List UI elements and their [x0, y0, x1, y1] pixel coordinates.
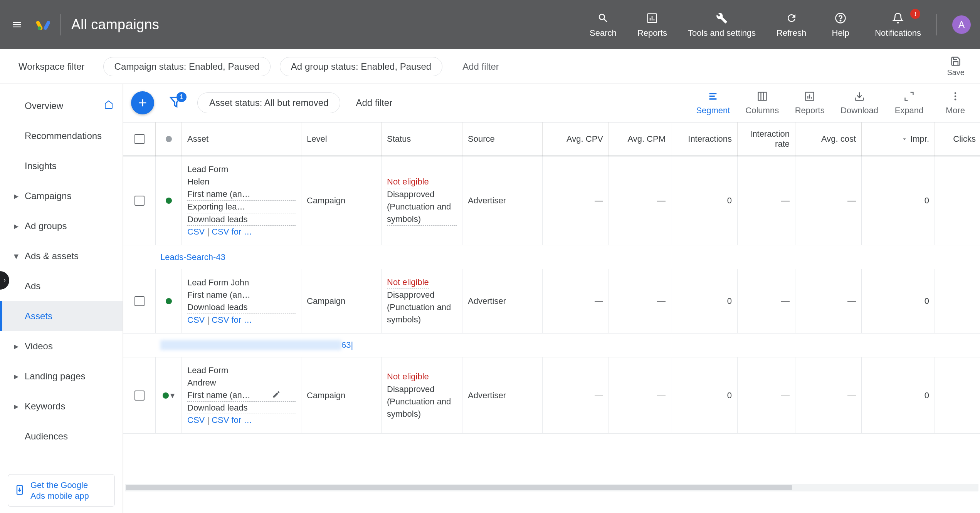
sidebar-item-audiences[interactable]: Audiences — [0, 421, 123, 451]
campaign-group-row: Leads-Search-43 — [123, 245, 980, 269]
csv-link[interactable]: CSV — [187, 315, 205, 325]
filter-chip-campaign-status[interactable]: Campaign status: Enabled, Paused — [103, 57, 271, 76]
sidebar-item-landing[interactable]: ▸Landing pages — [0, 361, 123, 391]
csv-for-link[interactable]: CSV for … — [212, 315, 252, 325]
caret-right-icon: ▸ — [14, 341, 22, 352]
filter-count-badge: 1 — [177, 92, 187, 102]
row-checkbox[interactable] — [123, 156, 156, 245]
columns-button[interactable]: Columns — [745, 90, 779, 116]
svg-point-25 — [955, 99, 956, 101]
hamburger-menu-icon[interactable] — [9, 17, 25, 32]
cell-status: Not eligibleDisapproved (Punctuation and… — [382, 269, 462, 333]
table-row: ▾ Lead FormAndrewFirst name (an…Download… — [123, 357, 980, 434]
csv-for-link[interactable]: CSV for … — [212, 227, 252, 236]
main-content: 1 Asset status: All but removed Add filt… — [123, 84, 980, 513]
reports-button[interactable]: Reports — [637, 11, 667, 38]
svg-point-24 — [955, 96, 956, 97]
col-avg-cpv[interactable]: Avg. CPV — [543, 122, 609, 156]
col-interaction-rate[interactable]: Interactionrate — [738, 122, 795, 156]
help-button[interactable]: Help — [827, 11, 854, 38]
more-button[interactable]: More — [940, 90, 971, 116]
horizontal-scrollbar[interactable] — [125, 484, 978, 491]
filter-chip-adgroup-status[interactable]: Ad group status: Enabled, Paused — [280, 57, 442, 76]
caret-right-icon: ▸ — [14, 401, 22, 412]
col-asset[interactable]: Asset — [182, 122, 301, 156]
caret-down-icon[interactable]: ▾ — [170, 391, 175, 401]
left-sidebar: Overview Recommendations Insights ▸Campa… — [0, 84, 123, 513]
cell-status: Not eligibleDisapproved (Punctuation and… — [382, 357, 462, 433]
toolbar-add-filter-button[interactable]: Add filter — [356, 97, 392, 108]
download-icon — [14, 484, 25, 497]
sidebar-item-assets[interactable]: Assets — [0, 301, 123, 331]
svg-point-23 — [955, 92, 956, 94]
svg-point-8 — [840, 20, 841, 21]
download-button[interactable]: Download — [840, 90, 878, 116]
col-clicks[interactable]: Clicks — [935, 122, 980, 156]
toolbar-reports-button[interactable]: Reports — [794, 90, 825, 116]
col-avg-cost[interactable]: Avg. cost — [795, 122, 862, 156]
cell-impr: 0 — [862, 156, 935, 245]
row-checkbox[interactable] — [123, 269, 156, 333]
campaign-group-link[interactable]: Leads-Search-43 — [160, 252, 225, 262]
search-button[interactable]: Search — [590, 11, 617, 38]
notifications-button[interactable]: ! Notifications — [875, 11, 921, 38]
edit-icon[interactable] — [272, 390, 281, 401]
cell-level: Campaign — [301, 269, 382, 333]
cell-source: Advertiser — [462, 269, 543, 333]
col-level[interactable]: Level — [301, 122, 382, 156]
segment-button[interactable]: Segment — [696, 90, 730, 116]
row-status-dot — [156, 269, 182, 333]
cell-interactions: 0 — [671, 269, 738, 333]
filter-icon[interactable]: 1 — [170, 96, 182, 110]
csv-link[interactable]: CSV — [187, 415, 205, 425]
mobile-app-promo[interactable]: Get the GoogleAds mobile app — [8, 474, 115, 507]
sidebar-item-ads-assets[interactable]: ▾Ads & assets — [0, 241, 123, 271]
col-interactions[interactable]: Interactions — [671, 122, 738, 156]
filter-chip-asset-status[interactable]: Asset status: All but removed — [197, 92, 340, 113]
svg-rect-15 — [758, 92, 766, 101]
account-avatar[interactable]: A — [952, 15, 971, 34]
select-all-checkbox[interactable] — [123, 122, 156, 156]
cell-source: Advertiser — [462, 156, 543, 245]
save-button[interactable]: Save — [947, 56, 965, 77]
cell-avg-cpm: — — [609, 156, 671, 245]
caret-down-icon: ▾ — [14, 251, 22, 262]
cell-interaction-rate: — — [738, 269, 795, 333]
app-header: All campaigns Search Reports Tools and s… — [0, 0, 980, 49]
sidebar-item-campaigns[interactable]: ▸Campaigns — [0, 181, 123, 211]
cell-interaction-rate: — — [738, 357, 795, 433]
assets-toolbar: 1 Asset status: All but removed Add filt… — [123, 84, 980, 122]
tools-settings-button[interactable]: Tools and settings — [688, 11, 756, 38]
col-status[interactable]: Status — [382, 122, 462, 156]
col-source[interactable]: Source — [462, 122, 543, 156]
sidebar-item-keywords[interactable]: ▸Keywords — [0, 391, 123, 421]
redacted-label — [160, 340, 341, 350]
sidebar-item-adgroups[interactable]: ▸Ad groups — [0, 211, 123, 241]
table-header: Asset Level Status Source Avg. CPV Avg. … — [123, 122, 980, 156]
sidebar-item-recommendations[interactable]: Recommendations — [0, 121, 123, 151]
row-checkbox[interactable] — [123, 357, 156, 433]
sidebar-item-overview[interactable]: Overview — [0, 91, 123, 121]
workspace-filter-label: Workspace filter — [18, 61, 85, 72]
table-row: Lead Form JohnFirst name (an…Download le… — [123, 269, 980, 334]
csv-link[interactable]: CSV — [187, 227, 205, 236]
col-avg-cpm[interactable]: Avg. CPM — [609, 122, 671, 156]
page-title: All campaigns — [71, 17, 159, 33]
cell-avg-cost: — — [795, 269, 862, 333]
add-filter-button[interactable]: Add filter — [452, 57, 510, 76]
sidebar-item-insights[interactable]: Insights — [0, 151, 123, 181]
workspace-filterbar: Workspace filter Campaign status: Enable… — [0, 49, 980, 84]
col-impr[interactable]: Impr. — [862, 122, 935, 156]
add-asset-button[interactable] — [131, 91, 154, 114]
campaign-group-link[interactable]: 63| — [341, 340, 353, 350]
refresh-button[interactable]: Refresh — [777, 11, 806, 38]
caret-right-icon: ▸ — [14, 191, 22, 201]
sidebar-item-videos[interactable]: ▸Videos — [0, 331, 123, 361]
cell-avg-cpv: — — [543, 156, 609, 245]
sidebar-item-ads[interactable]: Ads — [0, 271, 123, 301]
csv-for-link[interactable]: CSV for … — [212, 415, 252, 425]
cell-impr: 0 — [862, 269, 935, 333]
expand-button[interactable]: Expand — [894, 90, 925, 116]
cell-source: Advertiser — [462, 357, 543, 433]
cell-clicks — [935, 269, 980, 333]
